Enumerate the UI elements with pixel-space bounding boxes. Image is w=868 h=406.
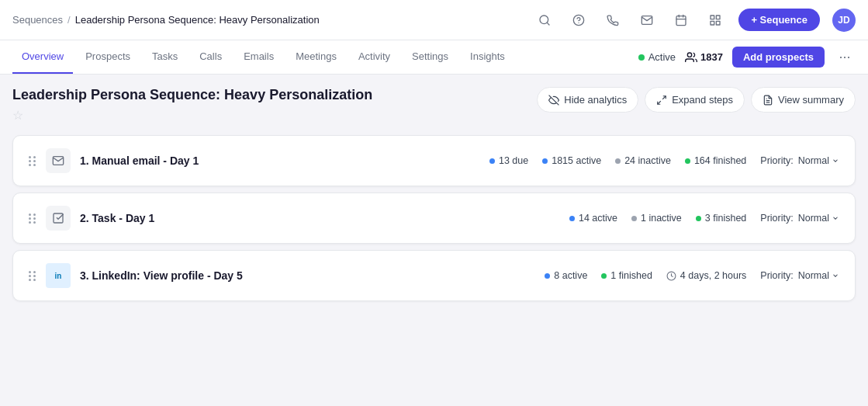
svg-point-12 [687, 53, 691, 57]
expand-steps-button[interactable]: Expand steps [645, 87, 745, 113]
add-prospects-button[interactable]: Add prospects [732, 47, 825, 68]
tab-settings[interactable]: Settings [403, 40, 458, 74]
drag-dots-2 [29, 213, 36, 224]
stat-2-active: 14 active [569, 213, 617, 224]
svg-rect-4 [676, 16, 686, 25]
step-2-name: 2. Task - Day 1 [80, 212, 204, 224]
top-bar: Sequences / Leadership Persona Sequence:… [0, 0, 868, 40]
clock-icon [666, 271, 676, 281]
step-3-icon: in [46, 263, 71, 288]
action-buttons: Hide analytics Expand steps View summary [537, 87, 856, 113]
hide-analytics-button[interactable]: Hide analytics [537, 87, 638, 113]
help-button[interactable] [568, 9, 590, 31]
expand-steps-label: Expand steps [672, 94, 733, 106]
stat-3-finished: 1 finished [601, 270, 652, 281]
phone-button[interactable] [602, 9, 624, 31]
tab-insights[interactable]: Insights [461, 40, 514, 74]
active-label: Active [648, 51, 676, 63]
step-2-icon [46, 206, 71, 231]
priority-1-select[interactable]: Normal [798, 155, 839, 166]
tab-tasks[interactable]: Tasks [143, 40, 187, 74]
calendar-button[interactable] [670, 9, 692, 31]
tab-emails[interactable]: Emails [234, 40, 283, 74]
tab-prospects[interactable]: Prospects [76, 40, 140, 74]
drag-dots-3 [29, 271, 36, 281]
mail-button[interactable] [636, 9, 658, 31]
priority-2-select[interactable]: Normal [798, 213, 839, 224]
svg-line-1 [547, 23, 549, 25]
step-3-timer: 4 days, 2 hours [666, 270, 746, 281]
sec-nav-right: Active 1837 Add prospects ··· [638, 47, 856, 68]
step-1-name: 1. Manual email - Day 1 [80, 154, 204, 167]
svg-rect-9 [717, 16, 721, 19]
priority-3-select[interactable]: Normal [798, 270, 839, 281]
stat-inactive: 24 inactive [615, 155, 671, 166]
tab-activity[interactable]: Activity [349, 40, 399, 74]
favorite-star-icon[interactable]: ☆ [12, 108, 372, 123]
view-summary-button[interactable]: View summary [751, 87, 856, 113]
chevron-down-icon-3 [832, 272, 839, 279]
hide-analytics-icon [548, 95, 559, 106]
step-1-stats: 13 due 1815 active 24 inactive 164 finis… [489, 155, 839, 166]
step-card-3: in 3. LinkedIn: View profile - Day 5 8 a… [12, 250, 856, 301]
view-summary-icon [763, 95, 773, 106]
main-content: Leadership Persona Sequence: Heavy Perso… [0, 75, 868, 406]
stat-2-inactive: 1 inactive [631, 213, 682, 224]
step-card-2: 2. Task - Day 1 14 active 1 inactive 3 f… [12, 193, 856, 244]
sequence-title-section: Leadership Persona Sequence: Heavy Perso… [12, 87, 372, 123]
breadcrumb-parent[interactable]: Sequences [12, 14, 63, 26]
svg-rect-10 [717, 21, 721, 25]
active-dot [638, 54, 645, 61]
hide-analytics-label: Hide analytics [564, 94, 627, 106]
top-bar-icons: + Sequence JD [534, 9, 856, 32]
svg-rect-11 [711, 21, 714, 25]
stat-active: 1815 active [542, 155, 601, 166]
step-3-stats: 8 active 1 finished 4 days, 2 hours Prio… [545, 270, 839, 281]
drag-handle-1[interactable] [29, 156, 36, 166]
search-button[interactable] [534, 9, 555, 31]
steps-container: 1. Manual email - Day 1 13 due 1815 acti… [12, 135, 856, 301]
user-count-value: 1837 [700, 51, 723, 63]
chevron-down-icon [832, 157, 839, 165]
tab-meetings[interactable]: Meetings [286, 40, 346, 74]
drag-handle-2[interactable] [29, 213, 36, 224]
more-options-button[interactable]: ··· [834, 47, 856, 68]
secondary-nav: Overview Prospects Tasks Calls Emails Me… [0, 40, 868, 75]
drag-dots [29, 156, 36, 166]
active-status: Active [638, 51, 676, 63]
priority-2: Priority: Normal [760, 213, 839, 224]
expand-steps-icon [656, 95, 667, 106]
stat-3-active: 8 active [545, 270, 587, 281]
svg-rect-8 [711, 16, 714, 19]
breadcrumb-current: Leadership Persona Sequence: Heavy Perso… [75, 14, 320, 26]
svg-line-14 [662, 95, 666, 99]
stat-2-finished: 3 finished [696, 213, 747, 224]
stat-due: 13 due [489, 155, 528, 166]
svg-rect-18 [54, 213, 63, 223]
step-2-stats: 14 active 1 inactive 3 finished Priority… [569, 213, 839, 224]
step-card-1: 1. Manual email - Day 1 13 due 1815 acti… [12, 135, 856, 186]
tab-overview[interactable]: Overview [12, 40, 73, 74]
tabs: Overview Prospects Tasks Calls Emails Me… [12, 40, 514, 74]
avatar[interactable]: JD [832, 9, 856, 32]
breadcrumb-separator: / [67, 14, 71, 26]
view-summary-label: View summary [778, 94, 844, 106]
step-3-name: 3. LinkedIn: View profile - Day 5 [80, 269, 243, 282]
new-sequence-button[interactable]: + Sequence [738, 9, 820, 31]
sequence-header: Leadership Persona Sequence: Heavy Perso… [12, 87, 856, 123]
svg-line-15 [658, 101, 661, 104]
sequence-title: Leadership Persona Sequence: Heavy Perso… [12, 87, 372, 103]
user-count: 1837 [685, 51, 723, 64]
grid-button[interactable] [704, 9, 726, 31]
drag-handle-3[interactable] [29, 271, 36, 281]
priority-1: Priority: Normal [760, 155, 839, 166]
tab-calls[interactable]: Calls [190, 40, 231, 74]
priority-3: Priority: Normal [760, 270, 839, 281]
stat-finished: 164 finished [685, 155, 746, 166]
breadcrumb: Sequences / Leadership Persona Sequence:… [12, 14, 320, 26]
step-1-icon [46, 148, 71, 173]
chevron-down-icon-2 [832, 214, 839, 222]
